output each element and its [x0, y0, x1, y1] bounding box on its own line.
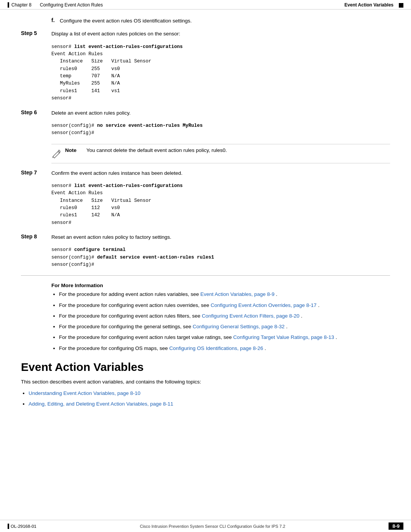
bullet-text-3a: For the procedure for configuring event … — [59, 313, 202, 319]
header-bar-icon — [8, 2, 9, 8]
for-more-info-list: For the procedure for adding event actio… — [51, 291, 390, 352]
step-5-code-prefix: sensor# — [51, 44, 74, 50]
list-item: For the procedure for configuring OS map… — [59, 345, 390, 352]
step-6-text: Delete an event action rules policy. — [51, 109, 390, 117]
link-target-value-ratings[interactable]: Configuring Target Value Ratings, page 8… — [233, 334, 334, 340]
for-more-info-section: For More Information For the procedure f… — [51, 283, 390, 352]
footer-left: OL-29168-01 — [8, 524, 37, 529]
step-5-label: Step 5 — [21, 30, 51, 36]
step-6-code-prefix: sensor(config)# — [51, 123, 97, 128]
pencil-svg — [51, 148, 62, 159]
step-6-code-cmd: no service event-action-rules MyRules — [97, 123, 203, 128]
bullet-text-6a: For the procedure for configuring OS map… — [59, 345, 169, 351]
list-item: Adding, Editing, and Deleting Event Acti… — [29, 400, 390, 408]
step-8-label: Step 8 — [21, 233, 51, 240]
step-8-code-l2-prefix: sensor(config)# — [51, 255, 97, 260]
sub-item-f: f. Configure the event action rules OS i… — [51, 17, 390, 25]
link-general-settings[interactable]: Configuring General Settings, page 8-32 — [193, 324, 285, 329]
list-item: Understanding Event Action Variables, pa… — [29, 390, 390, 397]
chapter-title: Configuring Event Action Rules — [40, 2, 103, 8]
step-8-code-l1-cmd: configure terminal — [74, 247, 126, 252]
step-8-code: sensor# configure terminal sensor(config… — [51, 246, 390, 268]
link-understanding-variables[interactable]: Understanding Event Action Variables, pa… — [29, 390, 140, 396]
bullet-text-5a: For the procedure for configuring event … — [59, 334, 233, 340]
bullet-text-1b: . — [276, 291, 277, 297]
step-7-text: Confirm the event action rules instance … — [51, 169, 390, 177]
footer-center-text: Cisco Intrusion Prevention System Sensor… — [140, 524, 285, 529]
bullet-text-5b: . — [336, 334, 337, 340]
step-8-block: Step 8 Reset an event action rules polic… — [21, 233, 390, 268]
note-text: You cannot delete the default event acti… — [86, 147, 227, 153]
link-adding-editing-deleting[interactable]: Adding, Editing, and Deleting Event Acti… — [29, 401, 173, 407]
step-6-label: Step 6 — [21, 109, 51, 115]
header-left: Chapter 8 Configuring Event Action Rules — [8, 2, 103, 8]
bullet-text-1a: For the procedure for adding event actio… — [59, 291, 200, 297]
list-item: For the procedure for configuring event … — [59, 312, 390, 320]
step-5-row: Step 5 Display a list of event action ru… — [21, 30, 390, 38]
section-intro-text: This section describes event action vari… — [21, 378, 390, 386]
for-more-info-heading: For More Information — [51, 283, 390, 288]
link-configuring-overrides[interactable]: Configuring Event Action Overrides, page… — [210, 302, 316, 308]
note-label: Note — [65, 147, 83, 153]
bullet-text-2b: . — [318, 302, 320, 308]
bullet-text-3b: . — [301, 313, 303, 319]
bullet-text-4b: . — [286, 324, 288, 329]
section-heading-event-action-variables: Event Action Variables — [21, 361, 390, 374]
chapter-label: Chapter 8 — [11, 2, 32, 8]
main-content: f. Configure the event action rules OS i… — [0, 10, 411, 419]
sub-item-f-label: f. — [51, 17, 60, 25]
step-7-code-cmd: list event-action-rules-configurations — [74, 183, 183, 189]
list-item: For the procedure for configuring event … — [59, 302, 390, 309]
list-item: For the procedure for adding event actio… — [59, 291, 390, 298]
page-footer: OL-29168-01 Cisco Intrusion Prevention S… — [0, 520, 411, 532]
step-6-code: sensor(config)# no service event-action-… — [51, 122, 390, 137]
bullet-text-2a: For the procedure for configuring event … — [59, 302, 210, 308]
link-os-identifications[interactable]: Configuring OS Identifications, page 8-2… — [169, 345, 263, 351]
link-event-action-variables[interactable]: Event Action Variables, page 8-9 — [200, 291, 274, 297]
footer-center: Cisco Intrusion Prevention System Sensor… — [140, 524, 285, 529]
step-8-text: Reset an event action rules policy to fa… — [51, 233, 390, 241]
note-pencil-icon — [51, 148, 65, 160]
link-configuring-filters[interactable]: Configuring Event Action Filters, page 8… — [202, 313, 299, 319]
step-7-label: Step 7 — [21, 169, 51, 176]
sub-item-f-text: Configure the event action rules OS iden… — [60, 17, 390, 25]
step-8-code-l1-prefix: sensor# — [51, 247, 74, 252]
note-box: Note You cannot delete the default event… — [51, 144, 390, 163]
step-5-code: sensor# list event-action-rules-configur… — [51, 43, 390, 102]
step-7-row: Step 7 Confirm the event action rules in… — [21, 169, 390, 177]
footer-page-number: 8-9 — [389, 522, 403, 530]
step-8-code-l3: sensor(config)# — [51, 262, 94, 267]
bullet-text-6b: . — [264, 345, 266, 351]
header-right: Event Action Variables — [344, 2, 403, 8]
step-7-code-prefix: sensor# — [51, 183, 74, 189]
section-topics-list: Understanding Event Action Variables, pa… — [21, 390, 390, 408]
svg-line-0 — [57, 152, 59, 153]
step-5-code-output: Event Action Rules Instance Size Virtual… — [51, 51, 151, 101]
step-8-code-l2-cmd: default service event-action-rules rules… — [97, 255, 214, 260]
step-5-code-cmd: list event-action-rules-configurations — [74, 44, 183, 50]
page-header: Chapter 8 Configuring Event Action Rules… — [0, 0, 411, 10]
bullet-text-4a: For the procedure for configuring the ge… — [59, 324, 193, 329]
step-6-code-output: sensor(config)# — [51, 130, 94, 136]
doc-number: OL-29168-01 — [11, 524, 37, 529]
step-7-code-output: Event Action Rules Instance Size Virtual… — [51, 190, 151, 225]
list-item: For the procedure for configuring the ge… — [59, 323, 390, 331]
header-black-box — [399, 3, 403, 8]
step-8-row: Step 8 Reset an event action rules polic… — [21, 233, 390, 241]
step-5-text: Display a list of event action rules pol… — [51, 30, 390, 38]
section-title-header: Event Action Variables — [344, 2, 393, 8]
list-item: For the procedure for configuring event … — [59, 334, 390, 341]
step-6-block: Step 6 Delete an event action rules poli… — [21, 109, 390, 137]
note-container: Note You cannot delete the default event… — [51, 144, 390, 163]
step-7-block: Step 7 Confirm the event action rules in… — [21, 169, 390, 227]
step-6-row: Step 6 Delete an event action rules poli… — [21, 109, 390, 117]
step-7-code: sensor# list event-action-rules-configur… — [51, 182, 390, 227]
footer-bar-icon — [8, 524, 9, 529]
section-divider-1 — [21, 275, 390, 276]
step-5-block: Step 5 Display a list of event action ru… — [21, 30, 390, 102]
